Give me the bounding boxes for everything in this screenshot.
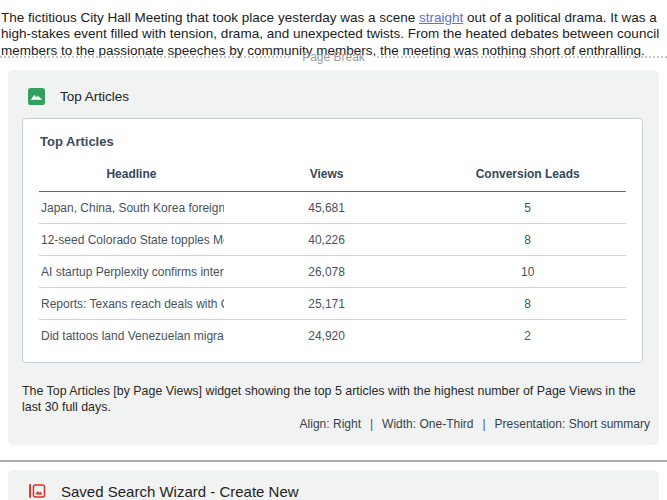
table-header-row: Headline Views Conversion Leads [39,161,626,192]
presentation-setting: Presentation: Short summary [495,417,650,431]
table-row: Reports: Texans reach deals with OTs Cam… [39,288,626,320]
cell-headline: Did tattoos land Venezuelan migrants in … [39,320,224,352]
settings-separator: | [473,417,494,431]
page-break-line-right [377,56,667,58]
column-header-views: Views [224,161,429,192]
cell-views: 26,078 [224,256,429,288]
widget-block-title: Top Articles [60,89,129,104]
cell-headline: AI startup Perplexity confirms interest … [39,256,224,288]
cell-views: 25,171 [224,288,429,320]
align-setting: Align: Right [300,417,361,431]
top-articles-widget-header: Top Articles [8,70,659,105]
cell-leads: 8 [429,224,626,256]
cell-headline: Japan, China, South Korea foreign minist… [39,192,224,224]
cell-views: 24,920 [224,320,429,352]
cell-leads: 2 [429,320,626,352]
saved-search-wizard-block[interactable]: Saved Search Wizard - Create New [8,470,659,500]
cell-views: 40,226 [224,224,429,256]
page-break-line-left [0,56,290,58]
table-row: Did tattoos land Venezuelan migrants in … [39,320,626,352]
cell-headline: 12-seed Colorado State topples Memphis t… [39,224,224,256]
page-break-label: Page Break [300,50,367,64]
saved-search-wizard-icon [28,482,46,500]
wizard-block-title: Saved Search Wizard - Create New [61,483,299,500]
image-icon [28,88,45,105]
column-header-conversion-leads: Conversion Leads [429,161,626,192]
intro-text-before: The fictitious City Hall Meeting that to… [1,10,419,25]
card-title: Top Articles [40,134,642,149]
widget-caption: The Top Articles [by Page Views] widget … [22,383,638,415]
cell-leads: 10 [429,256,626,288]
table-row: Japan, China, South Korea foreign minist… [39,192,626,224]
top-articles-widget-block[interactable]: Top Articles Top Articles Headline Views… [8,70,659,445]
widget-settings-summary: Align: Right|Width: One-Third|Presentati… [300,417,650,431]
page-break-divider: Page Break [0,50,667,64]
top-articles-table: Headline Views Conversion Leads Japan, C… [39,161,626,351]
straight-link[interactable]: straight [419,10,463,25]
top-articles-card: Top Articles Headline Views Conversion L… [22,118,643,363]
width-setting: Width: One-Third [382,417,473,431]
table-row: AI startup Perplexity confirms interest … [39,256,626,288]
settings-separator: | [361,417,382,431]
column-header-headline: Headline [39,161,224,192]
cell-headline: Reports: Texans reach deals with OTs Cam… [39,288,224,320]
cell-leads: 8 [429,288,626,320]
saved-search-wizard-header: Saved Search Wizard - Create New [8,470,659,500]
cell-views: 45,681 [224,192,429,224]
section-divider [0,460,667,462]
cell-leads: 5 [429,192,626,224]
table-row: 12-seed Colorado State topples Memphis t… [39,224,626,256]
